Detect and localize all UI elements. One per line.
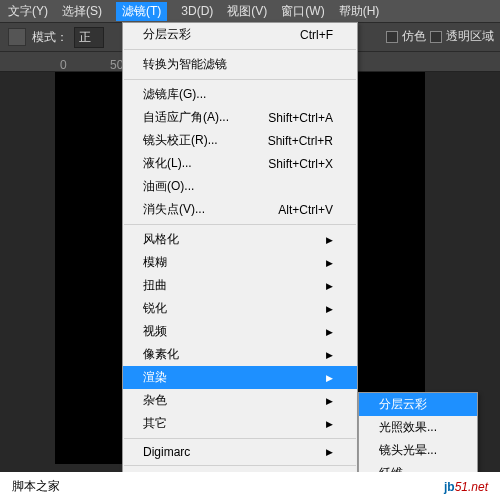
- menu-item-label: 滤镜库(G)...: [143, 86, 206, 103]
- menu-item-noise[interactable]: 杂色▶: [123, 389, 357, 412]
- watermark-footer: 脚本之家 jb51.net: [0, 472, 500, 500]
- menu-item-label: 自适应广角(A)...: [143, 109, 229, 126]
- menu-separator: [124, 224, 356, 225]
- submenu-item-difference-clouds[interactable]: 分层云彩: [359, 393, 477, 416]
- menu-item-shortcut: Ctrl+F: [300, 28, 333, 42]
- menu-3d[interactable]: 3D(D): [181, 4, 213, 18]
- menu-item-label: 油画(O)...: [143, 178, 194, 195]
- submenu-arrow-icon: ▶: [326, 419, 333, 429]
- menu-item-digimarc[interactable]: Digimarc▶: [123, 442, 357, 462]
- submenu-arrow-icon: ▶: [326, 373, 333, 383]
- menu-item-pixelate[interactable]: 像素化▶: [123, 343, 357, 366]
- menu-item-shortcut: Shift+Ctrl+R: [268, 134, 333, 148]
- mode-label: 模式：: [32, 29, 68, 46]
- menubar: 文字(Y) 选择(S) 滤镜(T) 3D(D) 视图(V) 窗口(W) 帮助(H…: [0, 0, 500, 22]
- menu-separator: [124, 438, 356, 439]
- menu-item-shortcut: Shift+Ctrl+A: [268, 111, 333, 125]
- menu-window[interactable]: 窗口(W): [281, 3, 324, 20]
- menu-item-label: 光照效果...: [379, 419, 437, 436]
- logo-prefix: jb: [444, 480, 455, 494]
- filter-menu: 分层云彩 Ctrl+F 转换为智能滤镜 滤镜库(G)... 自适应广角(A)..…: [122, 22, 358, 493]
- menu-item-label: 消失点(V)...: [143, 201, 205, 218]
- submenu-item-lighting-effects[interactable]: 光照效果...: [359, 416, 477, 439]
- options-right: 仿色 透明区域: [386, 28, 494, 45]
- menu-item-label: 转换为智能滤镜: [143, 56, 227, 73]
- menu-item-label: 模糊: [143, 254, 167, 271]
- menu-item-oil-paint[interactable]: 油画(O)...: [123, 175, 357, 198]
- menu-item-shortcut: Shift+Ctrl+X: [268, 157, 333, 171]
- menu-item-video[interactable]: 视频▶: [123, 320, 357, 343]
- ruler-tick: 0: [60, 58, 67, 72]
- menu-item-stylize[interactable]: 风格化▶: [123, 228, 357, 251]
- menu-item-sharpen[interactable]: 锐化▶: [123, 297, 357, 320]
- menu-item-distort[interactable]: 扭曲▶: [123, 274, 357, 297]
- menu-item-label: 镜头校正(R)...: [143, 132, 218, 149]
- menu-item-vanishing-point[interactable]: 消失点(V)...Alt+Ctrl+V: [123, 198, 357, 221]
- menu-item-render[interactable]: 渲染▶: [123, 366, 357, 389]
- menu-item-label: 其它: [143, 415, 167, 432]
- menu-filter[interactable]: 滤镜(T): [116, 2, 167, 21]
- menu-item-smart-filter[interactable]: 转换为智能滤镜: [123, 53, 357, 76]
- submenu-arrow-icon: ▶: [326, 396, 333, 406]
- menu-item-last-filter[interactable]: 分层云彩 Ctrl+F: [123, 23, 357, 46]
- submenu-arrow-icon: ▶: [326, 327, 333, 337]
- menu-separator: [124, 465, 356, 466]
- menu-item-label: Digimarc: [143, 445, 190, 459]
- menu-item-label: 镜头光晕...: [379, 442, 437, 459]
- menu-item-label: 扭曲: [143, 277, 167, 294]
- tool-icon[interactable]: [8, 28, 26, 46]
- menu-item-label: 风格化: [143, 231, 179, 248]
- menu-item-label: 视频: [143, 323, 167, 340]
- menu-item-blur[interactable]: 模糊▶: [123, 251, 357, 274]
- menu-item-label: 分层云彩: [143, 26, 191, 43]
- transparency-label: 透明区域: [446, 28, 494, 45]
- submenu-arrow-icon: ▶: [326, 350, 333, 360]
- menu-item-label: 像素化: [143, 346, 179, 363]
- menu-separator: [124, 79, 356, 80]
- menu-item-liquify[interactable]: 液化(L)...Shift+Ctrl+X: [123, 152, 357, 175]
- transparency-checkbox[interactable]: [430, 31, 442, 43]
- menu-item-label: 渲染: [143, 369, 167, 386]
- menu-view[interactable]: 视图(V): [227, 3, 267, 20]
- submenu-item-lens-flare[interactable]: 镜头光晕...: [359, 439, 477, 462]
- menu-item-filter-gallery[interactable]: 滤镜库(G)...: [123, 83, 357, 106]
- menu-item-shortcut: Alt+Ctrl+V: [278, 203, 333, 217]
- site-name: 脚本之家: [12, 478, 60, 495]
- submenu-arrow-icon: ▶: [326, 447, 333, 457]
- submenu-arrow-icon: ▶: [326, 304, 333, 314]
- logo-suffix: 51.net: [455, 480, 488, 494]
- submenu-arrow-icon: ▶: [326, 281, 333, 291]
- submenu-arrow-icon: ▶: [326, 235, 333, 245]
- menu-separator: [124, 49, 356, 50]
- menu-item-label: 锐化: [143, 300, 167, 317]
- app-window: 文字(Y) 选择(S) 滤镜(T) 3D(D) 视图(V) 窗口(W) 帮助(H…: [0, 0, 500, 472]
- site-logo: jb51.net: [444, 477, 488, 495]
- submenu-arrow-icon: ▶: [326, 258, 333, 268]
- menu-item-label: 液化(L)...: [143, 155, 192, 172]
- dither-checkbox[interactable]: [386, 31, 398, 43]
- menu-item-adaptive-wide-angle[interactable]: 自适应广角(A)...Shift+Ctrl+A: [123, 106, 357, 129]
- menu-item-lens-correction[interactable]: 镜头校正(R)...Shift+Ctrl+R: [123, 129, 357, 152]
- mode-dropdown[interactable]: 正: [74, 27, 104, 48]
- menu-text[interactable]: 文字(Y): [8, 3, 48, 20]
- dither-label: 仿色: [402, 28, 426, 45]
- menu-item-label: 分层云彩: [379, 396, 427, 413]
- menu-item-other[interactable]: 其它▶: [123, 412, 357, 435]
- menu-select[interactable]: 选择(S): [62, 3, 102, 20]
- menu-help[interactable]: 帮助(H): [339, 3, 380, 20]
- menu-item-label: 杂色: [143, 392, 167, 409]
